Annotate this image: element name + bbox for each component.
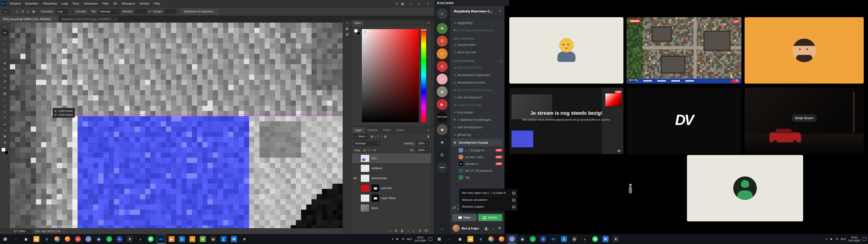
server-green[interactable]: ☘ <box>437 23 447 34</box>
layer-filter-icon[interactable]: ◐ <box>374 135 376 138</box>
foreground-swatch[interactable] <box>2 148 5 152</box>
deafen-icon[interactable]: ∩ <box>491 226 495 230</box>
taskbar-app-start[interactable]: ⊞ <box>434 234 444 244</box>
taskbar-app-steam[interactable]: ◉ <box>94 234 104 244</box>
taskbar-app-phone[interactable]: ☏ <box>590 234 600 244</box>
layer-mask-thumbnail[interactable] <box>371 184 379 192</box>
action-center-icon[interactable] <box>863 238 866 241</box>
layer-thumbnail[interactable] <box>361 175 370 182</box>
taskbar-app-notepad[interactable]: N <box>197 234 208 244</box>
group-layers-icon[interactable]: ▢ <box>412 229 415 232</box>
voice-user[interactable]: [42-07 | III] Dexton K. <box>450 167 504 174</box>
quick-selection-tool[interactable]: * <box>1 42 8 48</box>
type-tool[interactable]: T <box>1 115 8 121</box>
height-input[interactable] <box>165 9 176 14</box>
taskbar-app-teamspeak[interactable]: ≡ <box>114 234 125 244</box>
layer-thumbnail[interactable] <box>361 184 370 192</box>
visibility-toggle[interactable] <box>352 163 359 173</box>
language-indicator[interactable]: NLD <box>841 238 846 240</box>
opacity-select[interactable]: 100% ▾ <box>416 141 429 146</box>
channel-suggestie-kanaal[interactable]: #suggestie-kanaal <box>452 101 503 109</box>
server-g[interactable]: G <box>437 150 447 160</box>
taskbar-app-steam[interactable]: ◉ <box>517 234 528 244</box>
channel-dyno-log-user[interactable]: #dyno-log-user <box>452 49 503 56</box>
menu-item-weergave[interactable]: Weergave <box>119 0 137 7</box>
select-and-mask-button[interactable]: Selecteren en maskeren... <box>181 9 218 14</box>
layer-row[interactable]: Aufdruck <box>352 163 431 173</box>
stream-tile-dv-logo[interactable]: DV <box>627 88 741 154</box>
shape-tool[interactable]: □ <box>1 127 8 133</box>
foreground-chip[interactable] <box>354 29 358 33</box>
taskbar-app-mail[interactable]: ✉ <box>229 234 239 244</box>
tab-lagen[interactable]: Lagen <box>352 127 365 133</box>
taskbar-app-chrome[interactable] <box>52 234 62 244</box>
taskbar-app-obs[interactable]: ◎ <box>208 234 218 244</box>
taskbar-app-vlc[interactable]: ▲ <box>580 234 590 244</box>
close-tab-icon[interactable]: × <box>114 18 116 21</box>
server-space-infra[interactable]: SPACE INFRA <box>437 112 447 122</box>
server-staff[interactable]: STAFF <box>437 162 447 173</box>
filter-type-select[interactable]: ○ Soort ▾ <box>354 134 369 139</box>
layer-thumbnail[interactable] <box>361 155 370 162</box>
taskbar-app-vscode[interactable]: ⟨⟩ <box>559 234 569 244</box>
boolean-op-icon[interactable]: ▣ <box>31 10 36 13</box>
lock-icon[interactable]: ✎ <box>367 149 370 152</box>
status-caret-icon[interactable]: ▸ <box>64 230 65 233</box>
document-tab-0[interactable]: RTW_tex.psd @ 2280% (UVs, RGB/8#) *× <box>0 16 59 23</box>
document-canvas[interactable] <box>10 23 343 228</box>
stream-tile-avatar-green[interactable] <box>687 155 803 221</box>
tray-expand-icon[interactable]: ∧ <box>392 238 394 241</box>
taskbar-app-firefox[interactable] <box>62 234 73 244</box>
channel-nieuwe-leden[interactable]: #nieuwe-leden <box>452 41 503 48</box>
eyedropper-tool[interactable]: ∕ <box>1 54 8 60</box>
server-orange[interactable]: O <box>437 48 447 59</box>
voice-user[interactable]: [22-001 | HG] ...LIVE <box>450 154 504 160</box>
path-selection-tool[interactable]: ▸ <box>1 121 8 127</box>
channel-section-bot-kanalen[interactable]: ∨BOT KANALEN <box>450 34 504 41</box>
history-brush-tool[interactable]: ↺ <box>1 79 8 84</box>
server-dark-star[interactable]: ★ <box>437 137 447 148</box>
channel-bug-kanaal[interactable]: #bug-kanaal <box>452 109 503 116</box>
crop-tool[interactable]: ▢ <box>1 48 8 54</box>
taskbar-app-obs[interactable]: ◎ <box>569 234 580 244</box>
channel-github-log[interactable]: #github-log <box>452 131 503 138</box>
menu-item-filter[interactable]: Filter <box>100 0 111 7</box>
tray-expand-icon[interactable]: ∧ <box>826 238 828 241</box>
link-layers-icon[interactable]: ∞ <box>390 229 392 232</box>
stream-tile-game-map[interactable]: LIVE <box>627 17 741 84</box>
taskbar-app-discord[interactable]: ⌣ <box>507 234 517 244</box>
taskbar-app-vlc[interactable]: ▲ <box>135 234 146 244</box>
hand-tool[interactable]: ✱ <box>1 133 8 139</box>
change-windows-menu-item[interactable]: Windows veranderen <box>460 196 518 203</box>
taskbar-app-photoshop[interactable]: Ps <box>156 234 166 244</box>
menubar-utility-icon[interactable]: ⊙ <box>394 2 400 5</box>
channel-database-handelingen[interactable]: #database-handelingen <box>452 116 503 123</box>
server-dark-face[interactable]: ☻ <box>437 124 447 135</box>
taskbar-app-search[interactable]: ○ <box>10 234 21 244</box>
layer-row[interactable]: Lack Rot <box>352 183 431 193</box>
volume-icon[interactable] <box>397 238 399 240</box>
settings-gear-icon[interactable]: ⚙ <box>497 226 502 230</box>
minimize-button[interactable]: — <box>406 0 415 7</box>
screenshare-button[interactable]: Scherm <box>478 214 502 221</box>
voice-user[interactable]: DVDemian V.LIVE <box>450 160 504 167</box>
channel-web-development[interactable]: #web-development <box>452 124 503 131</box>
taskbar-app-task-view[interactable]: ▦ <box>21 234 31 244</box>
width-input[interactable] <box>135 9 146 14</box>
menu-item-tekst[interactable]: Tekst <box>70 0 81 7</box>
zoom-level-field[interactable]: 2277,86% <box>12 229 32 233</box>
lock-icon[interactable]: ■ <box>374 149 375 152</box>
menu-item-venster[interactable]: Venster <box>137 0 152 7</box>
eraser-tool[interactable]: ▱ <box>1 85 8 90</box>
video-button[interactable]: Video <box>453 214 476 221</box>
taskbar-app-epic-games[interactable]: E <box>611 234 621 244</box>
layer-row[interactable]: Basis <box>352 203 431 213</box>
layer-thumbnail[interactable] <box>361 164 370 172</box>
hue-marker[interactable] <box>421 30 427 30</box>
taskbar-app-fivem[interactable]: F <box>187 234 197 244</box>
adjustment-layer-icon[interactable]: ◑ <box>407 229 409 232</box>
collapsed-panel-icon[interactable]: ▤ <box>346 33 348 36</box>
voice-channel-development-kanaal[interactable]: Development Kanaal <box>452 139 503 146</box>
delete-layer-icon[interactable]: ⌦ <box>425 229 428 232</box>
gradient-tool[interactable]: ▤ <box>1 91 8 96</box>
